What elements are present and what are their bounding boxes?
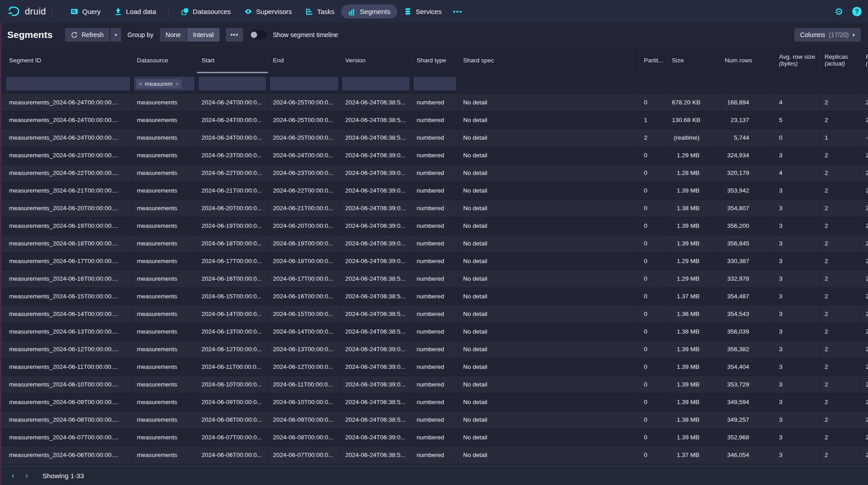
filter-input-end[interactable] <box>270 77 338 90</box>
cell-replicas: 2 <box>820 217 861 235</box>
refresh-button[interactable]: Refresh <box>65 28 109 42</box>
cell-shard-type: numbered <box>412 182 459 199</box>
cell-replication-factor: 2 <box>861 288 868 305</box>
table-row[interactable]: measurements_2024-06-24T00:00:00....meas… <box>0 112 868 129</box>
cell-version: 2024-06-24T06:38:5... <box>341 306 412 323</box>
cell-end: 2024-06-09T00:00:0... <box>268 411 341 428</box>
cell-shard-type: numbered <box>412 112 459 129</box>
group-by-option-none[interactable]: None <box>160 28 187 42</box>
refresh-interval-dropdown[interactable]: ▾ <box>110 28 121 42</box>
table-row[interactable]: measurements_2024-06-23T00:00:00....meas… <box>0 147 868 165</box>
previous-page-button[interactable]: ‹ <box>6 469 20 482</box>
table-row[interactable]: measurements_2024-06-09T00:00:00....meas… <box>0 394 868 411</box>
filter-input-version[interactable] <box>343 77 409 90</box>
more-actions-button[interactable]: ••• <box>226 28 243 42</box>
cell-version: 2024-06-24T06:39:0... <box>341 376 412 393</box>
help-icon[interactable]: ? <box>852 7 862 16</box>
table-row[interactable]: measurements_2024-06-16T00:00:00....meas… <box>0 270 868 288</box>
filter-tag-text: measurem <box>145 80 173 87</box>
cell-replicas: 2 <box>820 358 861 376</box>
table-row[interactable]: measurements_2024-06-15T00:00:00....meas… <box>0 288 868 306</box>
filter-input-start[interactable] <box>199 77 266 90</box>
group-by-option-interval[interactable]: Interval <box>187 28 220 42</box>
cell-segment-id: measurements_2024-06-16T00:00:00.... <box>5 270 132 287</box>
cell-size: 1.37 MB <box>667 447 720 464</box>
column-header-end[interactable]: End <box>268 47 341 73</box>
table-row[interactable]: measurements_2024-06-08T00:00:00....meas… <box>0 411 868 429</box>
column-header-datasource[interactable]: Datasource <box>132 47 197 73</box>
cell-version: 2024-06-24T06:38:5... <box>341 129 412 146</box>
cell-replicas: 2 <box>820 253 861 270</box>
settings-gear-icon[interactable]: ⚙ <box>835 7 843 16</box>
filter-icon: ≡ <box>139 80 142 87</box>
table-row[interactable]: measurements_2024-06-19T00:00:00....meas… <box>0 217 868 235</box>
table-row[interactable]: measurements_2024-06-07T00:00:00....meas… <box>0 429 868 447</box>
column-header-start[interactable]: Start <box>197 47 268 73</box>
nav-item-load-data[interactable]: Load data <box>108 5 163 19</box>
nav-item-label: Segments <box>360 8 390 15</box>
table-row[interactable]: measurements_2024-06-13T00:00:00....meas… <box>0 323 868 341</box>
cell-replication-factor: 2 <box>861 447 868 464</box>
nav-item-query[interactable]: Query <box>64 5 108 19</box>
druid-logo[interactable]: druid <box>7 5 46 18</box>
table-row[interactable]: measurements_2024-06-22T00:00:00....meas… <box>0 165 868 182</box>
remove-tag-icon[interactable]: × <box>175 80 179 87</box>
cell-partit: 0 <box>639 217 667 235</box>
cell-num-rows: 5,744 <box>720 129 774 146</box>
filter-input-segment-id[interactable] <box>6 77 130 90</box>
cell-size: 1.39 MB <box>667 341 720 358</box>
column-header-label: Replicas <box>825 53 856 60</box>
cell-datasource: measurements <box>132 94 197 111</box>
chevron-down-icon: ▾ <box>852 32 855 38</box>
column-header-replication-factor[interactable]: Replication factor(target) <box>861 47 868 73</box>
cell-size: 1.36 MB <box>667 306 720 323</box>
table-row[interactable]: measurements_2024-06-24T00:00:00....meas… <box>0 129 868 147</box>
filter-input-shard-type[interactable] <box>414 77 456 90</box>
table-row[interactable]: measurements_2024-06-06T00:00:00....meas… <box>0 447 868 464</box>
column-header-version[interactable]: Version <box>341 47 412 73</box>
table-row[interactable]: measurements_2024-06-21T00:00:00....meas… <box>0 182 868 200</box>
table-row[interactable]: measurements_2024-06-18T00:00:00....meas… <box>0 235 868 253</box>
table-row[interactable]: measurements_2024-06-11T00:00:00....meas… <box>0 358 868 376</box>
nav-right: ⚙ ? <box>835 7 862 16</box>
column-header-partit[interactable]: Partit... <box>639 47 667 73</box>
nav-item-datasources[interactable]: Datasources <box>174 5 238 19</box>
columns-button[interactable]: Columns (17/20) ▾ <box>794 28 861 42</box>
table-row[interactable]: measurements_2024-06-24T00:00:00....meas… <box>0 94 868 112</box>
cell-replication-factor: 2 <box>861 165 868 182</box>
cell-avg-row-size: 3 <box>774 411 820 428</box>
nav-item-segments[interactable]: Segments <box>341 5 397 19</box>
nav-item-tasks[interactable]: Tasks <box>299 5 341 19</box>
cell-shard-spec: No detail <box>459 165 639 182</box>
column-header-segment-id[interactable]: Segment ID <box>5 47 132 73</box>
column-header-size[interactable]: Size <box>667 47 720 73</box>
cell-replication-factor: 2 <box>861 235 868 252</box>
nav-more-button[interactable]: ••• <box>448 5 467 18</box>
column-header-avg-row-size[interactable]: Avg. row size(bytes) <box>774 47 820 73</box>
column-header-num-rows[interactable]: Num rows <box>720 47 774 73</box>
filter-input-datasource[interactable]: ≡measurem× <box>134 77 194 90</box>
table-row[interactable]: measurements_2024-06-20T00:00:00....meas… <box>0 200 868 217</box>
cell-num-rows: 23,137 <box>720 112 774 129</box>
column-header-shard-type[interactable]: Shard type <box>412 47 459 73</box>
cell-size: 130.68 KB <box>667 112 720 129</box>
nav-item-supervisors[interactable]: Supervisors <box>238 5 299 19</box>
table-row[interactable]: measurements_2024-06-17T00:00:00....meas… <box>0 253 868 270</box>
chevron-left-icon: ‹ <box>12 471 14 480</box>
column-header-sublabel: (actual) <box>825 60 856 67</box>
cell-num-rows: 320,179 <box>720 165 774 182</box>
cell-replication-factor: 2 <box>861 306 868 323</box>
column-header-replicas[interactable]: Replicas(actual) <box>820 47 861 73</box>
cell-size: 1.29 MB <box>667 147 720 164</box>
table-row[interactable]: measurements_2024-06-12T00:00:00....meas… <box>0 341 868 358</box>
table-row[interactable]: measurements_2024-06-14T00:00:00....meas… <box>0 306 868 323</box>
top-nav: druid QueryLoad dataDatasourcesSuperviso… <box>0 0 868 23</box>
nav-item-services[interactable]: Services <box>397 5 449 19</box>
column-header-shard-spec[interactable]: Shard spec <box>459 47 639 73</box>
nav-item-label: Query <box>82 8 101 15</box>
table-row[interactable]: measurements_2024-06-10T00:00:00....meas… <box>0 376 868 394</box>
nav-item-label: Supervisors <box>256 8 292 15</box>
segment-timeline-toggle[interactable] <box>249 30 267 39</box>
next-page-button[interactable]: › <box>20 469 33 482</box>
cell-datasource: measurements <box>132 288 197 305</box>
